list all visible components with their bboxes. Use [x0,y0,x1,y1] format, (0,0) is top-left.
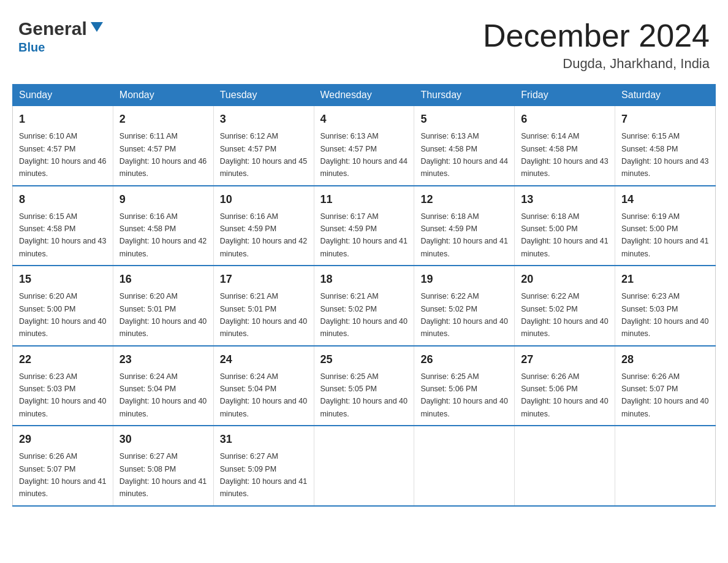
day-number: 19 [420,271,508,288]
day-info: Sunrise: 6:14 AMSunset: 4:58 PMDaylight:… [521,132,608,178]
table-row [414,426,515,506]
table-row: 4 Sunrise: 6:13 AMSunset: 4:57 PMDayligh… [314,106,414,186]
table-row: 30 Sunrise: 6:27 AMSunset: 5:08 PMDaylig… [113,426,213,506]
table-row: 13 Sunrise: 6:18 AMSunset: 5:00 PMDaylig… [515,186,615,266]
day-info: Sunrise: 6:25 AMSunset: 5:05 PMDaylight:… [320,372,408,418]
day-number: 10 [220,191,308,208]
day-info: Sunrise: 6:26 AMSunset: 5:07 PMDaylight:… [19,452,106,498]
day-number: 7 [621,111,709,128]
table-row: 8 Sunrise: 6:15 AMSunset: 4:58 PMDayligh… [13,186,113,266]
day-number: 3 [220,111,308,128]
table-row: 19 Sunrise: 6:22 AMSunset: 5:02 PMDaylig… [414,266,515,346]
table-row [615,426,716,506]
day-number: 24 [220,351,308,368]
table-row: 15 Sunrise: 6:20 AMSunset: 5:00 PMDaylig… [13,266,113,346]
day-info: Sunrise: 6:11 AMSunset: 4:57 PMDaylight:… [119,132,207,178]
day-number: 23 [119,351,207,368]
day-number: 17 [220,271,308,288]
day-number: 12 [420,191,508,208]
day-info: Sunrise: 6:22 AMSunset: 5:02 PMDaylight:… [420,292,507,338]
logo: General Blue [18,18,105,55]
day-number: 28 [621,351,709,368]
day-number: 14 [621,191,709,208]
calendar-week-row: 22 Sunrise: 6:23 AMSunset: 5:03 PMDaylig… [13,346,716,426]
table-row: 14 Sunrise: 6:19 AMSunset: 5:00 PMDaylig… [615,186,716,266]
table-row: 11 Sunrise: 6:17 AMSunset: 4:59 PMDaylig… [314,186,414,266]
day-info: Sunrise: 6:26 AMSunset: 5:07 PMDaylight:… [621,372,708,418]
table-row: 7 Sunrise: 6:15 AMSunset: 4:58 PMDayligh… [615,106,716,186]
day-number: 2 [119,111,207,128]
day-number: 26 [420,351,508,368]
table-row: 2 Sunrise: 6:11 AMSunset: 4:57 PMDayligh… [113,106,213,186]
day-number: 9 [119,191,207,208]
day-info: Sunrise: 6:27 AMSunset: 5:09 PMDaylight:… [220,452,307,498]
table-row: 26 Sunrise: 6:25 AMSunset: 5:06 PMDaylig… [414,346,515,426]
day-info: Sunrise: 6:24 AMSunset: 5:04 PMDaylight:… [220,372,307,418]
day-number: 18 [320,271,408,288]
day-info: Sunrise: 6:13 AMSunset: 4:57 PMDaylight:… [320,132,408,178]
col-sunday: Sunday [13,85,113,106]
table-row: 20 Sunrise: 6:22 AMSunset: 5:02 PMDaylig… [515,266,615,346]
day-number: 20 [521,271,609,288]
title-block: December 2024 Dugda, Jharkhand, India [483,18,710,72]
location-text: Dugda, Jharkhand, India [483,56,710,72]
month-title: December 2024 [483,18,710,53]
day-info: Sunrise: 6:26 AMSunset: 5:06 PMDaylight:… [521,372,608,418]
table-row: 6 Sunrise: 6:14 AMSunset: 4:58 PMDayligh… [515,106,615,186]
page-header: General Blue December 2024 Dugda, Jharkh… [12,12,716,72]
day-number: 25 [320,351,408,368]
day-info: Sunrise: 6:15 AMSunset: 4:58 PMDaylight:… [621,132,708,178]
calendar-table: Sunday Monday Tuesday Wednesday Thursday… [12,84,716,507]
day-info: Sunrise: 6:22 AMSunset: 5:02 PMDaylight:… [521,292,608,338]
col-saturday: Saturday [615,85,716,106]
table-row: 12 Sunrise: 6:18 AMSunset: 4:59 PMDaylig… [414,186,515,266]
day-number: 15 [19,271,107,288]
table-row: 3 Sunrise: 6:12 AMSunset: 4:57 PMDayligh… [213,106,314,186]
day-number: 16 [119,271,207,288]
day-number: 21 [621,271,709,288]
day-info: Sunrise: 6:18 AMSunset: 4:59 PMDaylight:… [420,212,507,258]
day-number: 5 [420,111,508,128]
table-row: 5 Sunrise: 6:13 AMSunset: 4:58 PMDayligh… [414,106,515,186]
day-info: Sunrise: 6:23 AMSunset: 5:03 PMDaylight:… [621,292,708,338]
table-row [515,426,615,506]
col-wednesday: Wednesday [314,85,414,106]
day-info: Sunrise: 6:21 AMSunset: 5:01 PMDaylight:… [220,292,307,338]
table-row: 27 Sunrise: 6:26 AMSunset: 5:06 PMDaylig… [515,346,615,426]
table-row: 23 Sunrise: 6:24 AMSunset: 5:04 PMDaylig… [113,346,213,426]
day-number: 13 [521,191,609,208]
day-number: 29 [19,431,107,448]
day-number: 8 [19,191,107,208]
day-info: Sunrise: 6:13 AMSunset: 4:58 PMDaylight:… [420,132,507,178]
day-number: 22 [19,351,107,368]
table-row: 1 Sunrise: 6:10 AMSunset: 4:57 PMDayligh… [13,106,113,186]
logo-triangle-icon [88,18,105,36]
day-number: 6 [521,111,609,128]
table-row: 24 Sunrise: 6:24 AMSunset: 5:04 PMDaylig… [213,346,314,426]
table-row: 28 Sunrise: 6:26 AMSunset: 5:07 PMDaylig… [615,346,716,426]
table-row: 17 Sunrise: 6:21 AMSunset: 5:01 PMDaylig… [213,266,314,346]
calendar-week-row: 29 Sunrise: 6:26 AMSunset: 5:07 PMDaylig… [13,426,716,506]
calendar-week-row: 1 Sunrise: 6:10 AMSunset: 4:57 PMDayligh… [13,106,716,186]
table-row: 22 Sunrise: 6:23 AMSunset: 5:03 PMDaylig… [13,346,113,426]
calendar-week-row: 15 Sunrise: 6:20 AMSunset: 5:00 PMDaylig… [13,266,716,346]
col-thursday: Thursday [414,85,515,106]
logo-blue-text: Blue [18,40,45,55]
day-number: 27 [521,351,609,368]
calendar-week-row: 8 Sunrise: 6:15 AMSunset: 4:58 PMDayligh… [13,186,716,266]
table-row: 9 Sunrise: 6:16 AMSunset: 4:58 PMDayligh… [113,186,213,266]
day-info: Sunrise: 6:17 AMSunset: 4:59 PMDaylight:… [320,212,408,258]
logo-general-text: General [18,18,87,39]
table-row: 18 Sunrise: 6:21 AMSunset: 5:02 PMDaylig… [314,266,414,346]
svg-marker-0 [91,22,103,32]
day-info: Sunrise: 6:16 AMSunset: 4:58 PMDaylight:… [119,212,207,258]
day-info: Sunrise: 6:23 AMSunset: 5:03 PMDaylight:… [19,372,106,418]
table-row: 29 Sunrise: 6:26 AMSunset: 5:07 PMDaylig… [13,426,113,506]
table-row [314,426,414,506]
day-info: Sunrise: 6:15 AMSunset: 4:58 PMDaylight:… [19,212,106,258]
calendar-header-row: Sunday Monday Tuesday Wednesday Thursday… [13,85,716,106]
day-info: Sunrise: 6:12 AMSunset: 4:57 PMDaylight:… [220,132,307,178]
col-friday: Friday [515,85,615,106]
day-number: 30 [119,431,207,448]
day-info: Sunrise: 6:27 AMSunset: 5:08 PMDaylight:… [119,452,207,498]
